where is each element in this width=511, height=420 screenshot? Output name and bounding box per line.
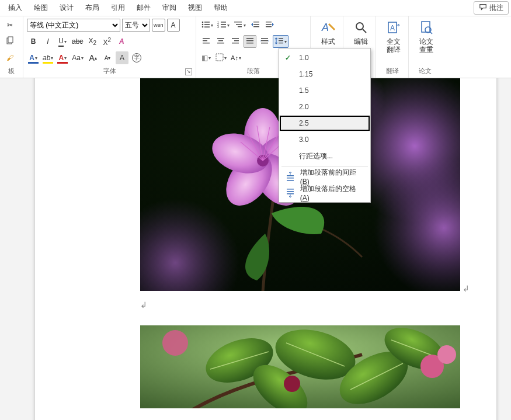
copy-button[interactable]	[4, 35, 16, 48]
line-spacing-options-more[interactable]: 行距选项...	[279, 148, 370, 164]
highlight-label: ab	[43, 54, 50, 62]
menu-layout[interactable]: 布局	[79, 1, 105, 15]
styles-icon: A	[321, 20, 336, 35]
cut-button[interactable]: ✂	[4, 19, 16, 32]
group-papercheck: 论文 查重 论文	[409, 16, 442, 78]
line-spacing-option-3-0[interactable]: 3.0	[279, 131, 370, 148]
subscript-label: X2	[89, 37, 97, 46]
chevron-down-icon: ▾	[81, 55, 84, 61]
shading-button[interactable]: ◧▾	[200, 51, 213, 64]
comment-button[interactable]: 批注	[474, 1, 509, 15]
paragraph-mark: ↲	[140, 300, 147, 310]
multilevel-icon	[234, 20, 243, 30]
svg-rect-30	[234, 40, 239, 41]
svg-point-6	[202, 26, 204, 27]
line-spacing-option-1-0[interactable]: ✓ 1.0	[279, 50, 370, 66]
character-border-button[interactable]: A	[167, 19, 180, 32]
svg-rect-18	[253, 24, 259, 25]
multilevel-list-button[interactable]: ▾	[232, 19, 247, 32]
bullets-icon	[201, 20, 210, 30]
format-painter-button[interactable]: 🖌	[4, 51, 16, 64]
svg-rect-3	[204, 22, 210, 23]
menu-bar: 插入 绘图 设计 布局 引用 邮件 审阅 视图 帮助 批注	[0, 0, 511, 16]
line-spacing-option-1-5[interactable]: 1.5	[279, 82, 370, 99]
menu-view[interactable]: 视图	[182, 1, 208, 15]
sort-button[interactable]: A↕▾	[230, 51, 242, 64]
papercheck-button[interactable]: 论文 查重	[412, 18, 440, 55]
superscript-label: X2	[103, 37, 112, 47]
strikethrough-button[interactable]: abc	[71, 35, 84, 48]
phonetic-guide-button[interactable]: wen	[152, 19, 165, 32]
svg-point-69	[162, 330, 188, 356]
line-spacing-option-2-0[interactable]: 2.0	[279, 99, 370, 115]
align-center-button[interactable]	[214, 35, 227, 48]
bullets-button[interactable]: ▾	[200, 19, 214, 32]
translate-label: 全文 翻译	[387, 37, 401, 54]
line-spacing-value: 1.0	[299, 54, 309, 62]
ribbon: ✂ 🖌 板 等线 (中文正文) 五号 wen A B I	[0, 16, 511, 78]
font-color-label: A	[59, 54, 64, 62]
translate-button[interactable]: A 全文 翻译	[380, 18, 408, 55]
svg-text:A: A	[390, 24, 395, 32]
chevron-down-icon: ▾	[35, 55, 37, 61]
distributed-icon	[260, 37, 269, 47]
document-area[interactable]: ↲ ↲	[0, 78, 511, 420]
align-left-button[interactable]	[200, 35, 213, 48]
group-font: 等线 (中文正文) 五号 wen A B I U▾ abc X2 X2 A	[23, 16, 196, 78]
change-case-button[interactable]: Aa▾	[71, 51, 85, 64]
font-size-select[interactable]: 五号	[122, 19, 150, 32]
menu-review[interactable]: 审阅	[157, 1, 182, 15]
text-effects-button[interactable]: A▾	[27, 51, 40, 64]
outdent-icon	[251, 20, 260, 30]
italic-button[interactable]: I	[41, 35, 54, 48]
line-spacing-icon	[274, 37, 284, 47]
enclose-char-label: 字	[132, 53, 141, 63]
superscript-button[interactable]: X2	[100, 35, 113, 48]
decrease-indent-button[interactable]	[249, 19, 262, 32]
add-space-before-paragraph[interactable]: 增加段落前的间距(B)	[279, 168, 370, 185]
svg-rect-11	[221, 24, 226, 25]
menu-help[interactable]: 帮助	[208, 1, 234, 15]
align-right-button[interactable]	[229, 35, 242, 48]
menu-mailings[interactable]: 邮件	[131, 1, 157, 15]
distributed-button[interactable]	[258, 35, 271, 48]
add-space-after-paragraph[interactable]: 增加段落后的空格(A)	[279, 185, 370, 201]
menu-design[interactable]: 设计	[54, 1, 79, 15]
svg-rect-38	[279, 38, 283, 39]
svg-rect-19	[253, 26, 259, 27]
menu-references[interactable]: 引用	[105, 1, 131, 15]
menu-insert[interactable]: 插入	[2, 1, 28, 15]
font-dialog-launcher[interactable]: ↘	[185, 68, 192, 75]
subscript-button[interactable]: X2	[86, 35, 99, 48]
strike-label: abc	[72, 37, 83, 46]
justify-button[interactable]	[244, 35, 256, 48]
clear-format-button[interactable]: A	[115, 35, 128, 48]
svg-rect-41	[216, 54, 223, 61]
enclose-char-button[interactable]: 字	[130, 51, 143, 64]
line-spacing-button[interactable]: ▾	[273, 35, 288, 48]
svg-rect-14	[234, 22, 242, 22]
underline-button[interactable]: U▾	[56, 35, 69, 48]
menu-draw[interactable]: 绘图	[28, 1, 54, 15]
increase-indent-button[interactable]	[263, 19, 276, 32]
grow-font-button[interactable]: A▴	[86, 51, 99, 64]
document-image-2[interactable]	[140, 325, 460, 408]
highlight-button[interactable]: ab▾	[41, 51, 54, 64]
chevron-down-icon: ▾	[227, 23, 230, 28]
line-spacing-value: 2.5	[299, 119, 309, 127]
line-spacing-option-1-15[interactable]: 1.15	[279, 66, 370, 82]
borders-button[interactable]: ▾	[214, 51, 228, 64]
group-font-label: 字体 ↘	[27, 67, 192, 77]
char-shading-button[interactable]: A	[116, 51, 128, 64]
sort-icon: A↕	[231, 54, 238, 61]
shrink-font-button[interactable]: A▾	[101, 51, 114, 64]
menu-separator	[281, 166, 368, 166]
font-name-select[interactable]: 等线 (中文正文)	[27, 19, 120, 32]
font-color-button[interactable]: A▾	[56, 51, 69, 64]
numbering-button[interactable]: 123▾	[216, 19, 231, 32]
italic-label: I	[47, 37, 48, 46]
bold-button[interactable]: B	[27, 35, 40, 48]
line-spacing-option-2-5[interactable]: 2.5	[279, 115, 370, 131]
svg-rect-35	[261, 38, 268, 39]
svg-rect-34	[246, 43, 253, 43]
